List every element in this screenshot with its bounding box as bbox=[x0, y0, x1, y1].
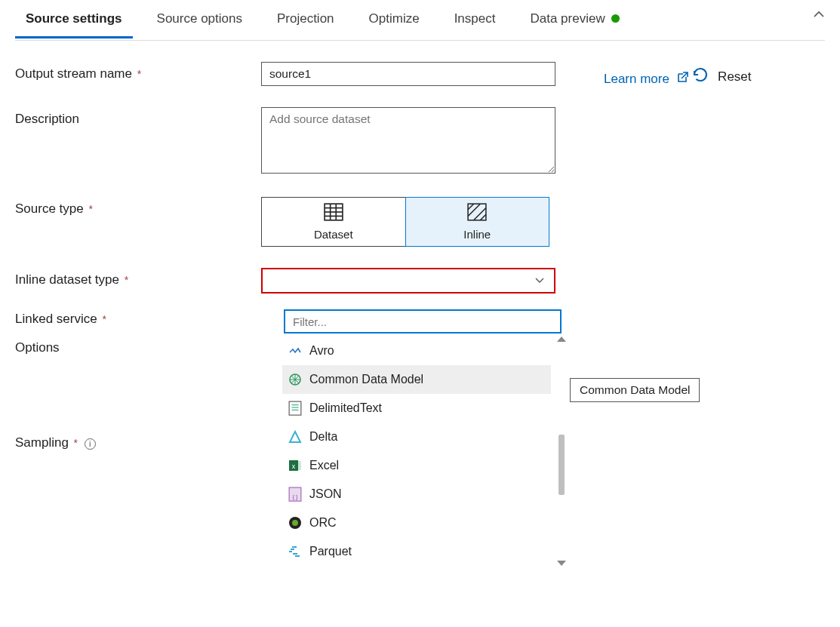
svg-text:x: x bbox=[292, 463, 296, 470]
label-text: Linked service bbox=[15, 312, 97, 326]
required-indicator: * bbox=[137, 68, 141, 80]
label-source-type: Source type * bbox=[15, 197, 261, 217]
tab-projection[interactable]: Projection bbox=[266, 2, 345, 38]
toggle-label: Dataset bbox=[314, 228, 353, 241]
inline-dataset-type-combobox[interactable] bbox=[261, 268, 555, 294]
dropdown-scrollbar[interactable] bbox=[557, 337, 565, 566]
source-type-toggle: Dataset Inline bbox=[261, 197, 549, 247]
dropdown-item-delimited-text[interactable]: DelimitedText bbox=[282, 394, 551, 423]
tab-label: Inspect bbox=[454, 11, 496, 26]
dropdown-item-delta[interactable]: Delta bbox=[282, 423, 551, 451]
tab-data-preview[interactable]: Data preview bbox=[519, 2, 629, 38]
source-type-inline-button[interactable]: Inline bbox=[405, 197, 550, 247]
json-icon: { } bbox=[288, 487, 302, 501]
label-text: Inline dataset type bbox=[15, 272, 119, 287]
row-output-stream-name: Output stream name * bbox=[15, 62, 574, 86]
tab-bar: Source settings Source options Projectio… bbox=[15, 0, 825, 41]
svg-rect-12 bbox=[289, 401, 301, 415]
tooltip-text: Common Data Model bbox=[580, 383, 690, 396]
tooltip: Common Data Model bbox=[570, 378, 700, 402]
tab-source-options[interactable]: Source options bbox=[146, 2, 253, 38]
reset-button[interactable]: Reset bbox=[692, 66, 751, 87]
row-description: Description bbox=[15, 107, 574, 176]
label-sampling: Sampling * i bbox=[15, 431, 261, 450]
tab-optimize[interactable]: Optimize bbox=[358, 2, 430, 38]
svg-line-9 bbox=[474, 208, 486, 220]
chevron-down-icon bbox=[534, 275, 545, 287]
dropdown-item-orc[interactable]: ORC bbox=[282, 509, 551, 537]
collapse-panel-button[interactable] bbox=[813, 9, 825, 23]
svg-text:{ }: { } bbox=[293, 494, 298, 500]
dropdown-item-label: JSON bbox=[309, 487, 342, 501]
avro-icon bbox=[288, 344, 302, 358]
reset-label: Reset bbox=[718, 69, 751, 85]
required-indicator: * bbox=[74, 437, 78, 449]
label-linked-service: Linked service * bbox=[15, 307, 261, 327]
parquet-icon bbox=[288, 545, 302, 558]
dropdown-item-common-data-model[interactable]: Common Data Model bbox=[282, 365, 551, 394]
delta-icon bbox=[288, 430, 302, 444]
dropdown-item-excel[interactable]: x Excel bbox=[282, 451, 551, 480]
dropdown-item-label: Common Data Model bbox=[309, 373, 423, 386]
scroll-down-icon bbox=[557, 561, 566, 566]
label-options: Options bbox=[15, 336, 261, 355]
label-text: Sampling bbox=[15, 435, 69, 450]
inline-dataset-type-dropdown: Avro Common Data Model DelimitedText Del… bbox=[276, 302, 571, 570]
info-icon[interactable]: i bbox=[85, 438, 96, 450]
tab-inspect[interactable]: Inspect bbox=[444, 2, 506, 38]
tab-label: Data preview bbox=[530, 11, 605, 26]
row-inline-dataset-type: Inline dataset type * bbox=[15, 268, 574, 294]
svg-rect-18 bbox=[298, 461, 301, 470]
svg-line-10 bbox=[481, 214, 487, 220]
tab-label: Source options bbox=[157, 11, 242, 26]
label-output-stream-name: Output stream name * bbox=[15, 62, 261, 81]
dropdown-item-label: Delta bbox=[309, 430, 337, 444]
dropdown-item-label: Excel bbox=[309, 459, 339, 472]
dropdown-filter-input[interactable] bbox=[284, 309, 562, 333]
scroll-thumb[interactable] bbox=[558, 435, 565, 495]
external-link-icon bbox=[675, 71, 689, 88]
svg-line-7 bbox=[468, 204, 480, 216]
hatch-icon bbox=[467, 203, 487, 223]
toggle-label: Inline bbox=[463, 228, 491, 241]
svg-point-22 bbox=[292, 520, 298, 526]
dropdown-item-label: Avro bbox=[309, 344, 334, 358]
tab-label: Optimize bbox=[369, 11, 420, 26]
grid-icon bbox=[324, 203, 343, 223]
required-indicator: * bbox=[125, 274, 128, 286]
dropdown-item-avro[interactable]: Avro bbox=[282, 337, 551, 365]
dropdown-item-label: Parquet bbox=[309, 545, 352, 558]
row-source-type: Source type * Dataset bbox=[15, 197, 574, 247]
description-textarea[interactable] bbox=[261, 107, 555, 174]
dropdown-item-parquet[interactable]: Parquet bbox=[282, 537, 551, 566]
svg-line-8 bbox=[468, 204, 474, 210]
required-indicator: * bbox=[102, 313, 106, 325]
cdm-icon bbox=[288, 373, 302, 386]
status-dot-icon bbox=[611, 14, 620, 23]
label-inline-dataset-type: Inline dataset type * bbox=[15, 268, 261, 287]
output-stream-name-input[interactable] bbox=[261, 62, 555, 86]
label-text: Options bbox=[15, 340, 60, 355]
refresh-icon bbox=[692, 66, 709, 87]
learn-more-link[interactable]: Learn more bbox=[604, 71, 689, 88]
label-text: Description bbox=[15, 112, 79, 126]
label-description: Description bbox=[15, 107, 261, 127]
dropdown-item-json[interactable]: { } JSON bbox=[282, 480, 551, 509]
tab-source-settings[interactable]: Source settings bbox=[15, 2, 133, 38]
tab-label: Source settings bbox=[26, 11, 122, 26]
orc-icon bbox=[288, 516, 302, 530]
tab-label: Projection bbox=[277, 11, 334, 26]
csv-icon bbox=[288, 401, 302, 415]
source-type-dataset-button[interactable]: Dataset bbox=[262, 198, 406, 246]
label-text: Source type bbox=[15, 201, 84, 216]
dropdown-item-label: ORC bbox=[309, 516, 337, 530]
scroll-up-icon bbox=[557, 337, 566, 342]
link-text: Learn more bbox=[604, 72, 669, 87]
excel-icon: x bbox=[288, 459, 302, 472]
label-text: Output stream name bbox=[15, 66, 132, 81]
dropdown-item-label: DelimitedText bbox=[309, 401, 382, 415]
required-indicator: * bbox=[88, 203, 92, 215]
